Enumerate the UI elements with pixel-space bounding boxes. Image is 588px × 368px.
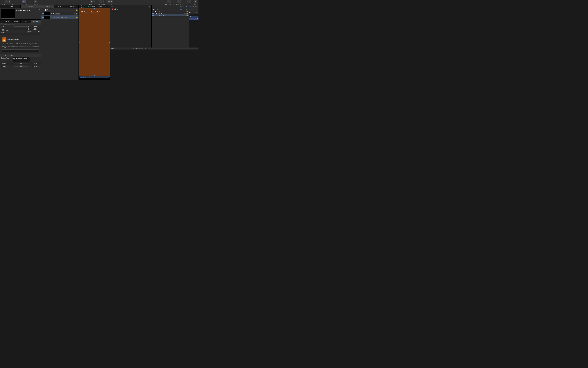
mute-icon[interactable]: 🔇	[111, 9, 113, 10]
layer-name[interactable]: Metaburner Pro	[56, 17, 75, 18]
film-icon[interactable]: ▭	[186, 5, 188, 8]
behaviors-button[interactable]	[99, 0, 102, 3]
selection-handle[interactable]	[94, 75, 95, 76]
project-layer-row[interactable]: 📄 Project 🔒	[41, 8, 79, 12]
pos-y-value[interactable]: 1030.0	[29, 65, 37, 67]
layer-name[interactable]: Project	[157, 11, 186, 12]
stepper-icon[interactable]: ⇅	[37, 66, 38, 67]
metaburner-track[interactable]: Metaburner Pro	[189, 18, 198, 20]
keyframe-diamond-icon[interactable]: ◇	[39, 63, 40, 64]
par-select[interactable]: Square	[13, 31, 31, 32]
par-value[interactable]: 1.00	[33, 31, 40, 32]
hud-button[interactable]	[187, 0, 191, 3]
layer-name[interactable]: Metaburner Pro	[159, 15, 186, 16]
anchor-point[interactable]	[92, 41, 96, 43]
layer-name[interactable]: Group	[158, 13, 184, 14]
project-track[interactable]	[189, 14, 198, 16]
library-tab[interactable]: Library	[0, 5, 21, 8]
make-particles-button[interactable]	[167, 0, 171, 3]
project-pane-button[interactable]	[22, 0, 26, 3]
zoom-slider[interactable]	[135, 48, 143, 49]
drop-zone[interactable]	[2, 49, 39, 52]
link-icon[interactable]: 🔗	[114, 9, 116, 10]
pos-x-slider[interactable]	[14, 64, 28, 64]
behaviors-dropdown[interactable]	[102, 0, 104, 3]
share-button[interactable]	[194, 0, 197, 3]
media-tab[interactable]: Media	[54, 5, 66, 8]
custom-text-section-header[interactable]: ▼ Custom Text 1	[0, 54, 41, 57]
keyframe-diamond-icon[interactable]: ◇	[39, 28, 40, 30]
group-layer-row[interactable]: ✓ ▼ ▣ Group ▭🔒	[41, 12, 79, 15]
timeline-project-row[interactable]: 📄 Project 🔒	[151, 10, 189, 12]
lock-icon[interactable]: 🔒	[76, 13, 78, 14]
viewer-layout-button[interactable]	[106, 6, 107, 7]
chevron-down-icon[interactable]: ▾	[193, 6, 194, 7]
fit-zoom[interactable]: Fit: 128%	[80, 5, 84, 8]
properties-tab[interactable]: Properties	[0, 19, 10, 23]
lock-icon[interactable]: 🔒	[186, 13, 188, 14]
lock-icon[interactable]: 🔒	[186, 15, 188, 16]
disclosure-icon[interactable]: ▼	[51, 13, 52, 14]
fit-icon[interactable]: ▭	[74, 13, 76, 14]
metaburner-section-header[interactable]: ▼ Metaburner Pro	[0, 23, 41, 25]
selection-handle[interactable]	[79, 42, 80, 43]
circle-toggle-icon[interactable]: ○	[183, 8, 185, 10]
behaviors-tab[interactable]: Behaviors	[10, 19, 21, 23]
stepper-icon[interactable]: ⇅	[85, 6, 87, 8]
add-object-button[interactable]	[90, 0, 93, 3]
timeline-group-row[interactable]: ✓ ▼ ▣ Group ▭ 🔒	[151, 12, 189, 14]
search-icon[interactable]	[111, 5, 113, 8]
pos-y-slider[interactable]	[14, 66, 28, 66]
visibility-checkbox[interactable]: ✓	[42, 13, 44, 14]
viewer-canvas[interactable]: My Awesome Custom Text	[79, 8, 110, 76]
color-channel-button[interactable]	[88, 6, 89, 7]
selection-handle[interactable]	[94, 8, 95, 9]
stepper-icon[interactable]: ⇅	[108, 6, 109, 8]
metaburner-layer-row[interactable]: ✓ ⚙ Metaburner Pro 🔒	[41, 15, 79, 19]
zoom-out-icon[interactable]: ⊖	[133, 48, 134, 49]
generator-tab[interactable]: Generator	[31, 19, 41, 23]
visibility-checkbox[interactable]: ✓	[42, 17, 44, 18]
layers-tab[interactable]: Layers	[41, 5, 54, 8]
filters-tab[interactable]: Filters	[21, 19, 31, 23]
clapper-icon[interactable]: 🎬	[148, 5, 151, 8]
clip-toggle-icon[interactable]: ▭	[186, 8, 188, 10]
fit-icon[interactable]: ▭	[184, 13, 186, 14]
project-thumbnail[interactable]	[1, 9, 15, 18]
playhead[interactable]	[189, 12, 191, 14]
pos-x-value[interactable]: 35.0	[29, 63, 37, 64]
lock-icon[interactable]: 🔒	[76, 9, 78, 11]
mini-label[interactable]: Mini	[111, 48, 114, 49]
width-value[interactable]: 1920	[29, 26, 37, 27]
arrow-tool[interactable]: ➤	[190, 5, 192, 8]
inspector-tab[interactable]: Inspector	[21, 5, 41, 8]
disclosure-icon[interactable]: ▼	[154, 13, 155, 14]
filters-button[interactable]	[107, 0, 111, 3]
zoom-in-icon[interactable]: ⊕	[145, 48, 146, 49]
replicate-button[interactable]	[177, 0, 181, 3]
keyframe-diamond-icon[interactable]: ◇	[39, 34, 40, 35]
add-object-dropdown[interactable]	[93, 0, 95, 3]
library-button[interactable]	[5, 0, 9, 3]
lock-icon[interactable]: 🔒	[186, 11, 188, 12]
group-clip[interactable]: Group	[189, 16, 198, 18]
visibility-checkbox[interactable]: ✓	[152, 13, 154, 14]
rotate-tool[interactable]: ↻	[195, 5, 197, 8]
layer-name[interactable]: Group	[55, 13, 73, 14]
record-icon[interactable]: ⏺	[117, 9, 119, 10]
timeline-ruler[interactable]: 101 201 301 401 501 601 701 801 901 1001…	[189, 12, 198, 14]
group-track[interactable]: Group	[189, 16, 198, 18]
layer-name[interactable]: Project	[47, 9, 75, 11]
stepper-icon[interactable]: ⇅	[37, 26, 38, 27]
stepper-icon[interactable]: ⇅	[31, 31, 33, 32]
height-value[interactable]: 1080	[29, 28, 37, 30]
width-slider[interactable]	[14, 26, 28, 27]
timeline-metaburner-row[interactable]: ✓ ⚙ Metaburner Pro 🔒	[151, 14, 189, 17]
lock-icon[interactable]: 🔒	[76, 17, 78, 18]
grid-icon[interactable]: ▦	[180, 5, 182, 8]
keyframe-diamond-icon[interactable]: ◇	[39, 26, 40, 27]
metaburner-clip[interactable]: Metaburner Pro	[189, 18, 198, 20]
circle-icon[interactable]: ○	[183, 5, 185, 8]
inspector-button[interactable]	[9, 0, 10, 3]
custom-text-input[interactable]	[13, 57, 30, 62]
